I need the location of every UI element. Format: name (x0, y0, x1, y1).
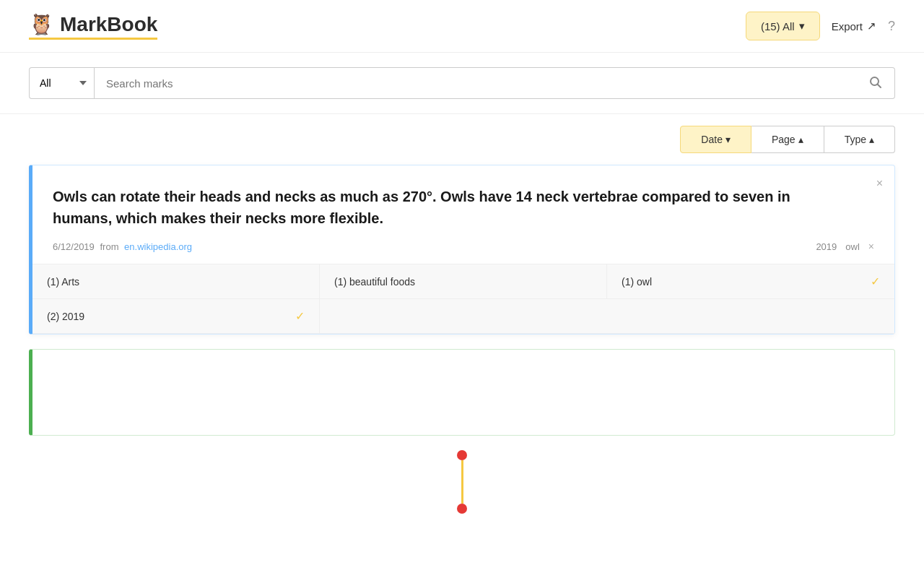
check-2019-icon: ✓ (295, 309, 305, 323)
loading-pin (457, 450, 467, 514)
svg-line-1 (878, 84, 881, 87)
tag-cell-empty-1 (320, 299, 607, 334)
check-owl-icon: ✓ (871, 275, 880, 288)
filter-select[interactable]: All Text Notes Images (29, 67, 94, 99)
sort-date-icon: ▾ (725, 134, 731, 145)
pin-line (461, 460, 463, 504)
sort-date-button[interactable]: Date ▾ (680, 126, 751, 153)
tag-grid: (1) Arts (1) beautiful foods (1) owl ✓ (… (32, 264, 894, 334)
card-meta: 6/12/2019 from en.wikipedia.org 2019 owl… (32, 229, 894, 264)
search-button[interactable] (857, 67, 895, 99)
card-date: 6/12/2019 (53, 241, 95, 252)
bookmark-card: × Owls can rotate their heads and necks … (29, 165, 895, 335)
tag-cell-arts[interactable]: (1) Arts (32, 264, 320, 299)
second-card-partial (29, 349, 895, 436)
logo-row: 🦉 MarkBook (29, 12, 157, 36)
export-label: Export (832, 20, 863, 33)
card-meta-left: 6/12/2019 from en.wikipedia.org (53, 241, 192, 252)
search-area: All Text Notes Images (0, 53, 924, 114)
tag-cell-empty-2 (607, 299, 894, 334)
header: 🦉 MarkBook (15) All ▾ Export ↗ ? (0, 0, 924, 53)
sort-type-label: Type (845, 134, 866, 145)
sort-date-label: Date (701, 134, 723, 145)
card-meta-right: 2019 owl × (816, 241, 874, 252)
pin-bottom (457, 504, 467, 514)
tag-cell-2019[interactable]: (2) 2019 ✓ (32, 299, 320, 334)
logo-underline (29, 38, 157, 40)
tag-beautiful-foods-label: (1) beautiful foods (334, 276, 415, 288)
sort-page-icon: ▴ (798, 134, 803, 145)
tag-arts-label: (1) Arts (47, 276, 79, 288)
tag-cell-owl[interactable]: (1) owl ✓ (607, 264, 894, 299)
card-tag-year: 2019 (816, 241, 837, 252)
main-content: × Owls can rotate their heads and necks … (0, 165, 924, 528)
pin-top (457, 450, 467, 460)
logo-text: MarkBook (60, 13, 157, 36)
chevron-down-icon: ▾ (799, 20, 805, 33)
sort-bar: Date ▾ Page ▴ Type ▴ (0, 114, 924, 165)
owl-icon: 🦉 (29, 12, 54, 36)
tag-2019-label: (2) 2019 (47, 311, 84, 322)
tag-cell-beautiful-foods[interactable]: (1) beautiful foods (320, 264, 607, 299)
sort-type-icon: ▴ (869, 134, 874, 145)
sort-page-button[interactable]: Page ▴ (751, 126, 824, 153)
all-button-label: (15) All (761, 20, 795, 33)
card-tag-close-button[interactable]: × (868, 241, 874, 252)
header-right: (15) All ▾ Export ↗ ? (746, 12, 895, 40)
search-input[interactable] (94, 67, 857, 99)
sort-type-button[interactable]: Type ▴ (824, 126, 895, 153)
help-button[interactable]: ? (888, 19, 895, 34)
card-close-button[interactable]: × (876, 177, 883, 190)
card-title: Owls can rotate their heads and necks as… (53, 186, 874, 229)
from-label: from (97, 241, 121, 252)
card-tag-owl: owl (845, 241, 860, 252)
export-button[interactable]: Export ↗ (832, 20, 876, 33)
card-header: × Owls can rotate their heads and necks … (32, 165, 894, 229)
tag-owl-label: (1) owl (622, 276, 652, 288)
all-button[interactable]: (15) All ▾ (746, 12, 820, 40)
logo-area: 🦉 MarkBook (29, 12, 157, 40)
card-source-link[interactable]: en.wikipedia.org (124, 241, 192, 252)
search-icon (868, 75, 883, 92)
sort-page-label: Page (772, 134, 796, 145)
loading-indicator (29, 436, 895, 528)
export-icon: ↗ (867, 20, 876, 33)
